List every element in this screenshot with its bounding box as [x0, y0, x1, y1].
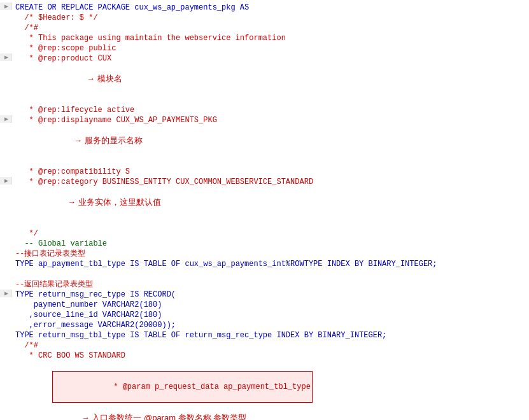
code-text-7: * @rep:lifecycle active: [11, 105, 529, 115]
code-line-13: --接口表记录表类型: [0, 249, 529, 259]
code-line-5: * @rep:scope public: [0, 43, 529, 53]
code-text-18: payment_number VARCHAR2(180): [11, 300, 529, 310]
code-line-16: --返回结果记录表类型: [0, 279, 529, 290]
code-text-4: * This package using maintain the webser…: [11, 33, 529, 43]
arrow-annotation-param: → 入口参数统一 @param 参数名称 参数类型: [59, 403, 247, 420]
code-text-23: * CRC BOO WS STANDARD: [11, 351, 529, 361]
code-text-12: -- Global variable: [11, 239, 529, 249]
code-line-12: -- Global variable: [0, 239, 529, 249]
code-text-22: /*#: [11, 340, 529, 351]
gutter-8: ▶: [0, 115, 11, 123]
code-text-16: --返回结果记录表类型: [11, 279, 529, 290]
gutter-10: ▶: [0, 177, 11, 185]
code-text-19: ,source_line_id VARCHAR2(180): [11, 310, 529, 320]
code-line-3: /*#: [0, 23, 529, 33]
code-line-10: ▶ * @rep:category BUSINESS_ENTITY CUX_CO…: [0, 177, 529, 228]
code-line-17: ▶ TYPE return_msg_rec_type IS RECORD(: [0, 290, 529, 300]
code-line-11: */: [0, 228, 529, 239]
annotation-business-entity: 业务实体，这里默认值: [78, 197, 161, 207]
code-text-3: /*#: [11, 23, 529, 33]
code-line-14: TYPE ap_payment_tbl_type IS TABLE OF cux…: [0, 259, 529, 269]
code-text-9: * @rep:compatibility S: [11, 167, 529, 177]
code-text-2: /* $Header: $ */: [11, 13, 529, 23]
annotation-module-name: 模块名: [97, 74, 122, 83]
code-text-13: --接口表记录表类型: [11, 249, 529, 259]
code-line-20: ,error_message VARCHAR2(20000));: [0, 320, 529, 330]
code-line-22: /*#: [0, 340, 529, 351]
code-text-11: */: [11, 228, 529, 239]
gutter-6: ▶: [0, 53, 11, 61]
code-line-1: ▶ CREATE OR REPLACE PACKAGE cux_ws_ap_pa…: [0, 3, 529, 13]
code-text-21: TYPE return_msg_tbl_type IS TABLE OF ret…: [11, 330, 529, 340]
code-line-18: payment_number VARCHAR2(180): [0, 300, 529, 310]
code-text-14: TYPE ap_payment_tbl_type IS TABLE OF cux…: [11, 259, 529, 269]
code-line-8: ▶ * @rep:displayname CUX_WS_AP_PAYMENTS_…: [0, 115, 529, 167]
arrow-annotation-category: → 业务实体，这里默认值: [49, 187, 161, 218]
code-line-2: /* $Header: $ */: [0, 13, 529, 23]
code-line-23: * CRC BOO WS STANDARD: [0, 351, 529, 361]
code-text-15: [11, 269, 529, 279]
code-text-20: ,error_message VARCHAR2(20000));: [11, 320, 529, 330]
code-line-15: [0, 269, 529, 279]
code-text-6: * @rep:product CUX → 模块名: [11, 53, 529, 105]
code-line-7: * @rep:lifecycle active: [0, 105, 529, 115]
code-line-21: TYPE return_msg_tbl_type IS TABLE OF ret…: [0, 330, 529, 340]
code-line-6: ▶ * @rep:product CUX → 模块名: [0, 53, 529, 105]
code-text-8: * @rep:displayname CUX_WS_AP_PAYMENTS_PK…: [11, 115, 529, 167]
code-line-4: * This package using maintain the webser…: [0, 33, 529, 43]
code-text-17: TYPE return_msg_rec_type IS RECORD(: [11, 290, 529, 300]
code-text-10: * @rep:category BUSINESS_ENTITY CUX_COMM…: [11, 177, 529, 228]
param-block: * @param p_request_data ap_payment_tbl_t…: [0, 361, 529, 420]
gutter-17: ▶: [0, 290, 11, 297]
code-text-1: CREATE OR REPLACE PACKAGE cux_ws_ap_paym…: [11, 3, 529, 13]
arrow-annotation-displayname: → 服务的显示名称: [55, 125, 143, 156]
arrow-annotation-module: → 模块名: [68, 64, 122, 94]
gutter-1: ▶: [0, 3, 11, 10]
code-text-24: * @param p_request_data ap_payment_tbl_t…: [11, 361, 529, 420]
code-text-5: * @rep:scope public: [11, 43, 529, 53]
annotation-param-note: 入口参数统一 @param 参数名称 参数类型: [92, 413, 246, 420]
annotation-display-name: 服务的显示名称: [85, 136, 143, 145]
code-line-19: ,source_line_id VARCHAR2(180): [0, 310, 529, 320]
code-line-24: * @param p_request_data ap_payment_tbl_t…: [0, 361, 529, 420]
code-line-9: * @rep:compatibility S: [0, 167, 529, 177]
code-container: ▶ CREATE OR REPLACE PACKAGE cux_ws_ap_pa…: [0, 0, 529, 420]
